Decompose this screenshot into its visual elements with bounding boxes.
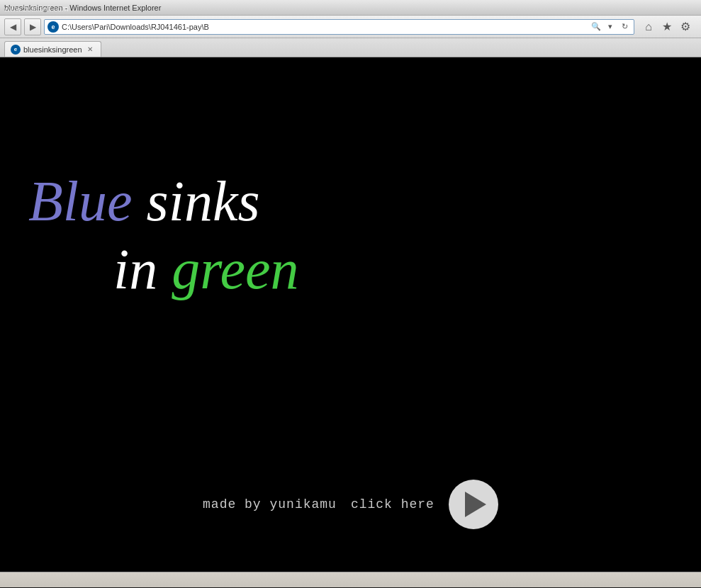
active-tab[interactable]: e bluesinksingreen ✕ <box>4 41 101 57</box>
address-text: C:\Users\Pari\Downloads\RJ041461-pay\B <box>62 23 587 31</box>
forward-button[interactable]: ▶ <box>24 18 41 35</box>
tab-ie-icon: e <box>11 45 21 55</box>
tab-bar: e bluesinksingreen ✕ <box>0 38 701 57</box>
watermark: www.zeallsoft.com <box>4 4 68 13</box>
title-in-word: in <box>113 238 157 300</box>
tools-icon[interactable]: ⚙ <box>678 20 692 34</box>
title-line2: in green <box>28 235 298 303</box>
play-icon <box>465 492 486 517</box>
bottom-bar: made by yunikamu click here <box>0 480 701 529</box>
refresh-button[interactable]: ↻ <box>618 21 631 33</box>
tab-close-button[interactable]: ✕ <box>85 45 95 55</box>
browser-chrome: bluesinksingreen - Windows Internet Expl… <box>0 0 701 57</box>
favorites-icon[interactable]: ★ <box>660 20 674 34</box>
nav-bar: ◀ ▶ e C:\Users\Pari\Downloads\RJ041461-p… <box>0 16 701 38</box>
status-bar <box>0 572 701 587</box>
search-button[interactable]: 🔍 <box>590 21 602 33</box>
title-green-word: green <box>172 238 298 300</box>
click-here-text: click here <box>351 497 434 511</box>
play-button[interactable] <box>449 480 498 529</box>
address-actions: 🔍 ▾ ↻ <box>590 21 631 33</box>
main-title: Blue sinks in green <box>28 167 298 303</box>
title-sinks-word: sinks <box>147 170 260 232</box>
made-by-text: made by yunikamu <box>203 497 337 511</box>
content-area: Blue sinks in green made by yunikamu cli… <box>0 57 701 572</box>
title-bar: bluesinksingreen - Windows Internet Expl… <box>0 0 701 16</box>
tab-title: bluesinksingreen <box>23 45 82 54</box>
dropdown-button[interactable]: ▾ <box>604 21 617 33</box>
ie-icon: e <box>47 21 59 33</box>
title-line1: Blue sinks <box>28 167 298 235</box>
title-blue-word: Blue <box>28 170 133 232</box>
back-button[interactable]: ◀ <box>4 18 21 35</box>
watermark-text: www.zeallsoft.com <box>4 4 68 13</box>
home-icon[interactable]: ⌂ <box>641 20 656 34</box>
address-bar[interactable]: e C:\Users\Pari\Downloads\RJ041461-pay\B… <box>44 19 634 35</box>
toolbar-right: ⌂ ★ ⚙ <box>637 16 697 38</box>
